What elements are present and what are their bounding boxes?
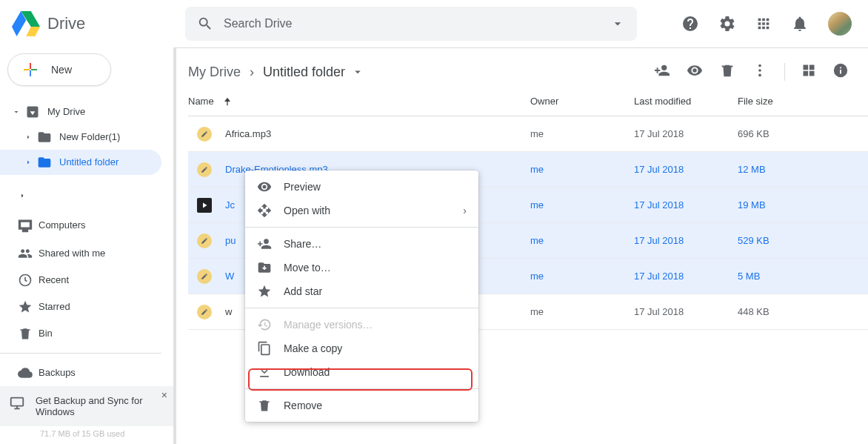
star-icon: [257, 284, 272, 299]
file-size: 19 MB: [738, 199, 841, 211]
menu-preview[interactable]: Preview: [245, 175, 478, 199]
chevron-right-icon: ›: [250, 64, 254, 80]
file-owner: me: [530, 199, 634, 211]
menu-separator: [245, 308, 478, 308]
computers-icon: [18, 218, 33, 233]
help-icon[interactable]: [681, 15, 699, 33]
search-placeholder: Search Drive: [224, 17, 610, 30]
col-header-name[interactable]: Name: [188, 96, 530, 107]
app-header: Drive Search Drive: [0, 0, 868, 47]
file-name: pu: [225, 235, 236, 246]
file-owner: me: [530, 128, 634, 139]
nav-label: Backups: [39, 367, 76, 378]
tree-item-label: New Folder(1): [59, 131, 120, 142]
chevron-down-icon: [351, 65, 364, 79]
file-name: Africa.mp3: [225, 128, 271, 139]
col-header-modified[interactable]: Last modified: [634, 96, 738, 107]
separator: [784, 63, 785, 81]
desktop-icon: [9, 395, 25, 411]
plus-icon: [21, 61, 39, 79]
file-type-icon: [197, 269, 212, 284]
context-menu: Preview Open with › Share… Move to… Add …: [245, 170, 478, 422]
tree-item-label: Untitled folder: [59, 156, 118, 168]
breadcrumb-current[interactable]: Untitled folder: [263, 64, 364, 80]
storage-text: 71.7 MB of 15 GB used: [0, 426, 173, 438]
delete-icon[interactable]: [719, 62, 735, 82]
person-add-icon: [257, 236, 272, 251]
sort-asc-icon: [221, 96, 233, 107]
share-person-icon[interactable]: [654, 62, 670, 82]
divider: [0, 353, 161, 354]
settings-icon[interactable]: [718, 15, 736, 33]
menu-add-star[interactable]: Add star: [245, 279, 478, 303]
drive-logo-icon: [12, 10, 40, 38]
tree-root-label: My Drive: [47, 106, 85, 117]
folder-icon: [37, 155, 52, 170]
file-type-icon: [197, 162, 212, 177]
nav-starred[interactable]: Starred: [0, 294, 173, 320]
trash-icon: [257, 398, 272, 413]
nav-bin[interactable]: Bin: [0, 320, 173, 347]
file-modified: 17 Jul 2018: [634, 164, 738, 175]
file-owner: me: [530, 164, 634, 175]
new-button[interactable]: New: [7, 53, 111, 86]
nav-recent[interactable]: Recent: [0, 267, 173, 294]
preview-eye-icon[interactable]: [687, 62, 703, 82]
col-header-owner[interactable]: Owner: [530, 96, 634, 107]
svg-rect-1: [11, 398, 24, 406]
app-title: Drive: [47, 14, 85, 33]
menu-remove[interactable]: Remove: [245, 394, 478, 417]
info-icon[interactable]: [832, 62, 849, 82]
svg-point-2: [758, 64, 761, 67]
menu-share[interactable]: Share…: [245, 232, 478, 256]
col-header-size[interactable]: File size: [738, 96, 841, 107]
user-avatar[interactable]: [828, 12, 852, 36]
chevron-down-icon: [12, 107, 21, 116]
tree-item-untitled[interactable]: Untitled folder: [0, 150, 161, 175]
tree-root-mydrive[interactable]: My Drive: [0, 99, 173, 125]
file-modified: 17 Jul 2018: [634, 128, 738, 139]
download-icon: [257, 365, 272, 380]
chevron-right-icon: [24, 158, 33, 167]
file-modified: 17 Jul 2018: [634, 306, 738, 317]
nav-label: Bin: [39, 328, 53, 339]
chevron-right-icon: [24, 133, 33, 142]
file-type-icon: [197, 198, 212, 213]
apps-icon[interactable]: [755, 16, 772, 32]
close-icon[interactable]: ×: [161, 389, 167, 401]
promo-text: Get Backup and Sync for Windows: [36, 395, 164, 417]
menu-download[interactable]: Download: [245, 360, 478, 384]
nav-backups[interactable]: Backups: [0, 359, 173, 386]
nav-shared[interactable]: Shared with me: [0, 240, 173, 267]
file-size: 5 MB: [738, 271, 841, 282]
breadcrumb-parent[interactable]: My Drive: [188, 64, 241, 80]
search-dropdown-icon[interactable]: [610, 16, 625, 31]
search-input[interactable]: Search Drive: [185, 7, 637, 41]
search-icon: [197, 16, 213, 32]
menu-make-copy[interactable]: Make a copy: [245, 337, 478, 360]
file-owner: me: [530, 235, 634, 246]
sidebar: New My Drive New Folder(1) Untitled fold…: [0, 47, 173, 444]
svg-point-3: [758, 69, 761, 72]
nav-computers[interactable]: Computers: [0, 211, 173, 240]
svg-point-4: [758, 73, 761, 76]
grid-view-icon[interactable]: [801, 63, 816, 82]
shared-icon: [18, 246, 33, 261]
menu-open-with[interactable]: Open with ›: [245, 199, 478, 222]
menu-move-to[interactable]: Move to…: [245, 256, 478, 279]
file-size: 696 KB: [738, 128, 841, 139]
file-size: 448 KB: [738, 306, 841, 317]
tree-item-newfolder1[interactable]: New Folder(1): [0, 125, 173, 150]
file-owner: me: [530, 306, 634, 317]
logo-area[interactable]: Drive: [12, 10, 185, 38]
notifications-icon[interactable]: [791, 15, 809, 33]
more-icon[interactable]: [752, 62, 768, 82]
trash-icon: [18, 326, 33, 341]
backup-sync-promo[interactable]: Get Backup and Sync for Windows ×: [0, 386, 173, 426]
nav-label: Starred: [39, 301, 70, 312]
chevron-right-icon: ›: [463, 205, 467, 216]
clock-icon: [18, 273, 33, 288]
file-row[interactable]: Africa.mp3me17 Jul 2018696 KB: [188, 116, 868, 152]
file-name: w: [225, 306, 232, 317]
star-icon: [18, 299, 33, 314]
